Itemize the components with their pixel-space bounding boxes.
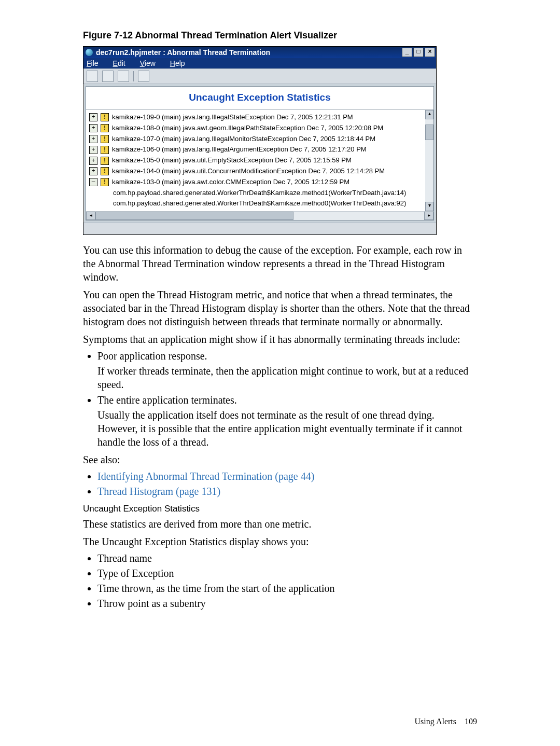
list-item: Identifying Abnormal Thread Termination … bbox=[97, 471, 476, 482]
menu-bar: File Edit View Help bbox=[83, 58, 436, 68]
list-item: Poor application response. If worker thr… bbox=[97, 350, 476, 391]
warning-icon: ! bbox=[101, 135, 109, 143]
row-text: kamikaze-104-0 (main) java.util.Concurre… bbox=[112, 166, 385, 177]
footer-page-number: 109 bbox=[465, 717, 477, 726]
shows-list: Thread name Type of Exception Time throw… bbox=[83, 552, 476, 610]
warning-icon: ! bbox=[101, 113, 109, 121]
toolbar-separator bbox=[133, 71, 134, 81]
paragraph: You can open the Thread Histogram metric… bbox=[83, 288, 476, 328]
page-footer: Using Alerts 109 bbox=[415, 717, 477, 726]
list-item: Thread Histogram (page 131) bbox=[97, 486, 476, 498]
close-button[interactable]: × bbox=[425, 48, 435, 57]
menu-edit[interactable]: Edit bbox=[113, 59, 125, 67]
vertical-scrollbar[interactable]: ▴ ▾ bbox=[425, 110, 433, 211]
list-item: Type of Exception bbox=[97, 568, 476, 579]
list-item[interactable]: + ! kamikaze-106-0 (main) java.lang.Ille… bbox=[89, 144, 422, 155]
footer-section: Using Alerts bbox=[415, 717, 456, 726]
expand-icon[interactable]: + bbox=[89, 113, 97, 121]
body-text: You can use this information to debug th… bbox=[83, 243, 476, 610]
row-text: kamikaze-109-0 (main) java.lang.IllegalS… bbox=[112, 112, 353, 123]
list-item[interactable]: + ! kamikaze-107-0 (main) java.lang.Ille… bbox=[89, 134, 422, 145]
title-bar: dec7run2.hpjmeter : Abnormal Thread Term… bbox=[83, 47, 436, 58]
toolbar bbox=[83, 68, 436, 84]
toolbar-button-4[interactable] bbox=[138, 71, 149, 82]
figure-caption: Figure 7-12 Abnormal Thread Termination … bbox=[83, 30, 476, 41]
warning-icon: ! bbox=[101, 167, 109, 175]
expand-icon[interactable]: + bbox=[89, 146, 97, 154]
link-thread-histogram[interactable]: Thread Histogram (page 131) bbox=[97, 486, 220, 497]
paragraph: These statistics are derived from more t… bbox=[83, 517, 476, 531]
subheading: Uncaught Exception Statistics bbox=[83, 504, 476, 514]
paragraph: Symptoms that an application might show … bbox=[83, 333, 476, 346]
expand-icon[interactable]: + bbox=[89, 135, 97, 143]
row-text: kamikaze-105-0 (main) java.util.EmptySta… bbox=[112, 155, 352, 166]
status-bar bbox=[83, 223, 436, 234]
toolbar-button-3[interactable] bbox=[118, 71, 129, 82]
expand-icon[interactable]: + bbox=[89, 167, 97, 175]
warning-icon: ! bbox=[101, 178, 109, 186]
paragraph: You can use this information to debug th… bbox=[83, 243, 476, 284]
expand-icon[interactable]: + bbox=[89, 157, 97, 165]
list-item[interactable]: + ! kamikaze-108-0 (main) java.awt.geom.… bbox=[89, 123, 422, 134]
toolbar-button-2[interactable] bbox=[102, 71, 114, 82]
exception-list: + ! kamikaze-109-0 (main) java.lang.Ille… bbox=[86, 110, 433, 211]
paragraph: The Uncaught Exception Statistics displa… bbox=[83, 535, 476, 548]
expand-icon[interactable]: + bbox=[89, 124, 97, 132]
scroll-left-icon[interactable]: ◂ bbox=[86, 212, 95, 220]
menu-view[interactable]: View bbox=[140, 59, 156, 67]
menu-file[interactable]: File bbox=[87, 59, 99, 67]
row-text: kamikaze-103-0 (main) java.awt.color.CMM… bbox=[112, 177, 349, 188]
warning-icon: ! bbox=[101, 157, 109, 165]
app-icon bbox=[86, 49, 93, 56]
scroll-down-icon[interactable]: ▾ bbox=[425, 202, 433, 211]
stack-trace-line: com.hp.payload.shared.generated.WorkerTh… bbox=[89, 188, 422, 199]
list-item: The entire application terminates. Usual… bbox=[97, 394, 476, 449]
symptom-list: Poor application response. If worker thr… bbox=[83, 350, 476, 449]
content-panel: Uncaught Exception Statistics + ! kamika… bbox=[86, 86, 434, 220]
scroll-up-icon[interactable]: ▴ bbox=[425, 110, 433, 119]
link-identifying-abnormal[interactable]: Identifying Abnormal Thread Termination … bbox=[97, 471, 314, 482]
stack-trace-line: com.hp.payload.shared.generated.WorkerTh… bbox=[89, 198, 422, 209]
window-title: dec7run2.hpjmeter : Abnormal Thread Term… bbox=[96, 48, 402, 57]
warning-icon: ! bbox=[101, 146, 109, 154]
minimize-button[interactable]: _ bbox=[402, 48, 412, 57]
app-window: dec7run2.hpjmeter : Abnormal Thread Term… bbox=[83, 46, 437, 235]
list-item-title: Poor application response. bbox=[97, 350, 207, 362]
horizontal-scrollbar[interactable]: ◂ ▸ bbox=[86, 211, 433, 220]
list-item: Thread name bbox=[97, 552, 476, 564]
list-item[interactable]: + ! kamikaze-104-0 (main) java.util.Conc… bbox=[89, 166, 422, 177]
warning-icon: ! bbox=[101, 124, 109, 132]
list-item-body: Usually the application itself does not … bbox=[97, 408, 476, 449]
list-item[interactable]: + ! kamikaze-109-0 (main) java.lang.Ille… bbox=[89, 112, 422, 123]
scroll-thumb[interactable] bbox=[95, 212, 293, 220]
panel-heading: Uncaught Exception Statistics bbox=[86, 87, 433, 110]
scroll-thumb[interactable] bbox=[425, 125, 433, 140]
list-item: Time thrown, as the time from the start … bbox=[97, 583, 476, 595]
toolbar-button-1[interactable] bbox=[87, 71, 98, 82]
list-item[interactable]: + ! kamikaze-105-0 (main) java.util.Empt… bbox=[89, 155, 422, 166]
see-also-label: See also: bbox=[83, 453, 476, 466]
row-text: kamikaze-107-0 (main) java.lang.IllegalM… bbox=[112, 134, 375, 145]
list-item-body: If worker threads terminate, then the ap… bbox=[97, 364, 476, 391]
row-text: kamikaze-108-0 (main) java.awt.geom.Ille… bbox=[112, 123, 383, 134]
see-also-list: Identifying Abnormal Thread Termination … bbox=[83, 471, 476, 498]
maximize-button[interactable]: □ bbox=[413, 48, 424, 57]
list-item: Throw point as a subentry bbox=[97, 598, 476, 610]
row-text: kamikaze-106-0 (main) java.lang.IllegalA… bbox=[112, 144, 367, 155]
list-item-title: The entire application terminates. bbox=[97, 394, 237, 406]
list-item[interactable]: – ! kamikaze-103-0 (main) java.awt.color… bbox=[89, 177, 422, 188]
menu-help[interactable]: Help bbox=[170, 59, 185, 67]
collapse-icon[interactable]: – bbox=[89, 178, 97, 186]
scroll-right-icon[interactable]: ▸ bbox=[424, 212, 433, 220]
